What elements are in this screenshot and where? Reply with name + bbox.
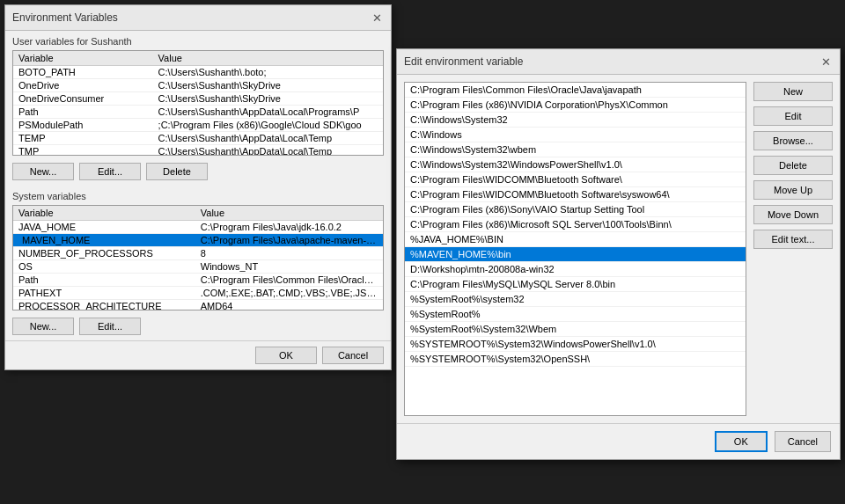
edit-main-content: C:\Program Files\Common Files\Oracle\Jav… <box>397 75 840 423</box>
edit-list-item[interactable]: C:\Windows\System32 <box>405 113 746 128</box>
user-table-row[interactable]: BOTO_PATHC:\Users\Sushanth\.boto; <box>13 66 383 79</box>
system-new-button[interactable]: New... <box>12 318 74 335</box>
user-table-row[interactable]: OneDriveConsumerC:\Users\Sushanth\SkyDri… <box>13 92 383 106</box>
system-table-row[interactable]: PROCESSOR_ARCHITECTUREAMD64 <box>13 300 383 311</box>
edit-edit-button[interactable]: Edit <box>753 106 833 126</box>
edit-list-item[interactable]: D:\Workshop\mtn-200808a-win32 <box>405 262 746 277</box>
env-dialog-title: Environment Variables <box>12 11 118 24</box>
user-table-row[interactable]: PathC:\Users\Sushanth\AppData\Local\Prog… <box>13 106 383 119</box>
edit-env-dialog: Edit environment variable ✕ C:\Program F… <box>396 48 841 460</box>
edit-listbox-container[interactable]: C:\Program Files\Common Files\Oracle\Jav… <box>404 82 746 416</box>
edit-list-item[interactable]: %SYSTEMROOT%\System32\OpenSSH\ <box>405 352 746 367</box>
system-table-row[interactable]: PATHEXT.COM;.EXE;.BAT;.CMD;.VBS;.VBE;.JS… <box>13 287 383 300</box>
env-bottom-buttons-row: OK Cancel <box>5 340 391 369</box>
system-edit-button[interactable]: Edit... <box>79 318 141 335</box>
user-table-row[interactable]: OneDriveC:\Users\Sushanth\SkyDrive <box>13 79 383 92</box>
edit-browse-button[interactable]: Browse... <box>753 131 833 150</box>
edit-footer-buttons: OK Cancel <box>715 431 831 452</box>
edit-list-item[interactable]: C:\Windows\System32\wbem <box>405 142 746 157</box>
edit-delete-button[interactable]: Delete <box>753 156 833 175</box>
user-delete-button[interactable]: Delete <box>146 163 208 180</box>
system-table-row[interactable]: PathC:\Program Files\Common Files\Oracle… <box>13 274 383 287</box>
edit-side-buttons: New Edit Browse... Delete Move Up Move D… <box>753 82 833 416</box>
user-table-row[interactable]: TMPC:\Users\Sushanth\AppData\Local\Temp <box>13 145 383 157</box>
system-table-header-variable: Variable <box>13 206 195 221</box>
user-edit-button[interactable]: Edit... <box>79 163 141 180</box>
edit-move-up-button[interactable]: Move Up <box>753 180 833 200</box>
user-table-row[interactable]: PSModulePath;C:\Program Files (x86)\Goog… <box>13 119 383 132</box>
edit-list-item[interactable]: %SystemRoot%\System32\Wbem <box>405 322 746 337</box>
env-ok-button[interactable]: OK <box>255 347 317 364</box>
edit-cancel-button[interactable]: Cancel <box>775 431 831 452</box>
system-table-header-value: Value <box>195 206 383 221</box>
env-variables-dialog: Environment Variables ✕ User variables f… <box>4 4 392 370</box>
user-table-header-variable: Variable <box>13 51 153 66</box>
edit-ok-button[interactable]: OK <box>715 431 768 452</box>
edit-dialog-close-button[interactable]: ✕ <box>819 55 833 69</box>
edit-list-item[interactable]: C:\Program Files (x86)\Sony\VAIO Startup… <box>405 202 746 217</box>
edit-list-item[interactable]: %SystemRoot%\system32 <box>405 292 746 307</box>
user-section-label: User variables for Sushanth <box>5 31 391 48</box>
edit-list-item[interactable]: %SYSTEMROOT%\System32\WindowsPowerShell\… <box>405 337 746 352</box>
user-buttons-row: New... Edit... Delete <box>5 157 391 186</box>
edit-list-item[interactable]: C:\Program Files (x86)\NVIDIA Corporatio… <box>405 98 746 113</box>
edit-list-item[interactable]: C:\Program Files\WIDCOMM\Bluetooth Softw… <box>405 172 746 187</box>
edit-edit-text-button[interactable]: Edit text... <box>753 230 833 249</box>
user-new-button[interactable]: New... <box>12 163 74 180</box>
env-dialog-close-button[interactable]: ✕ <box>370 11 384 25</box>
system-table-row[interactable]: MAVEN_HOMEC:\Program Files\Java\apache-m… <box>13 234 383 247</box>
user-variables-table-container: Variable Value BOTO_PATHC:\Users\Sushant… <box>12 50 384 156</box>
edit-list-item[interactable]: C:\Program Files\WIDCOMM\Bluetooth Softw… <box>405 187 746 202</box>
user-table-header-value: Value <box>153 51 383 66</box>
edit-move-down-button[interactable]: Move Down <box>753 205 833 224</box>
edit-list-item[interactable]: C:\Program Files\Common Files\Oracle\Jav… <box>405 83 746 98</box>
env-cancel-button[interactable]: Cancel <box>322 347 384 364</box>
system-buttons-row: New... Edit... <box>5 312 391 340</box>
edit-list-item[interactable]: C:\Program Files (x86)\Microsoft SQL Ser… <box>405 217 746 232</box>
edit-footer: OK Cancel <box>397 423 840 459</box>
edit-list-item[interactable]: %JAVA_HOME%\BIN <box>405 232 746 247</box>
edit-list-item[interactable]: C:\Program Files\MySQL\MySQL Server 8.0\… <box>405 277 746 292</box>
edit-list-item[interactable]: %SystemRoot% <box>405 307 746 322</box>
edit-list-item[interactable]: %MAVEN_HOME%\bin <box>405 247 746 262</box>
system-table-row[interactable]: NUMBER_OF_PROCESSORS8 <box>13 247 383 260</box>
system-variables-table: Variable Value JAVA_HOMEC:\Program Files… <box>13 206 383 310</box>
edit-list-item[interactable]: C:\Windows\System32\WindowsPowerShell\v1… <box>405 157 746 172</box>
user-table-row[interactable]: TEMPC:\Users\Sushanth\AppData\Local\Temp <box>13 132 383 145</box>
env-dialog-titlebar: Environment Variables ✕ <box>5 5 391 31</box>
edit-listbox: C:\Program Files\Common Files\Oracle\Jav… <box>405 83 746 367</box>
user-variables-table: Variable Value BOTO_PATHC:\Users\Sushant… <box>13 51 383 156</box>
system-section-label: System variables <box>5 186 391 203</box>
edit-new-button[interactable]: New <box>753 82 833 101</box>
edit-list-item[interactable]: C:\Windows <box>405 128 746 142</box>
edit-dialog-title: Edit environment variable <box>404 55 523 68</box>
system-table-row[interactable]: OSWindows_NT <box>13 260 383 274</box>
edit-dialog-titlebar: Edit environment variable ✕ <box>397 49 840 75</box>
system-variables-table-container: Variable Value JAVA_HOMEC:\Program Files… <box>12 205 384 310</box>
system-table-row[interactable]: JAVA_HOMEC:\Program Files\Java\jdk-16.0.… <box>13 221 383 234</box>
